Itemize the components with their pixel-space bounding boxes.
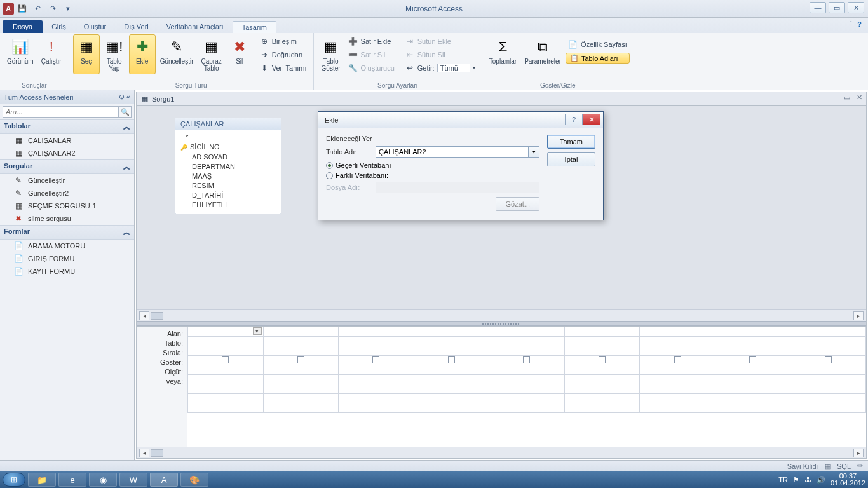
query-grid[interactable]: Alan: Tablo: Sırala: Göster: Ölçüt: veya… <box>137 326 866 447</box>
field-item[interactable]: * <box>180 133 276 142</box>
splitter[interactable] <box>137 321 866 326</box>
delete-query-icon: ✖ <box>13 214 24 223</box>
doc-minimize-icon[interactable]: — <box>831 93 837 102</box>
field-item[interactable]: AD SOYAD <box>180 152 276 162</box>
tray-clock[interactable]: 00:3701.04.2012 <box>831 473 865 487</box>
append-button[interactable]: ✚Ekle <box>129 34 156 74</box>
window-close-button[interactable]: ✕ <box>848 2 864 13</box>
nav-table-item[interactable]: ▦ÇALIŞANLAR <box>0 134 134 147</box>
qat-undo-icon[interactable]: ↶ <box>31 2 44 16</box>
navigation-pane: Tüm Access Nesneleri⊙ « 🔍 Tablolar︽ ▦ÇAL… <box>0 90 135 460</box>
taskbar-ie[interactable]: e <box>58 473 86 487</box>
tab-design[interactable]: Tasarım <box>233 21 276 33</box>
tab-home[interactable]: Giriş <box>43 20 75 33</box>
tray-volume-icon[interactable]: 🔊 <box>817 476 825 484</box>
nav-cat-queries[interactable]: Sorgular︽ <box>0 159 134 174</box>
taskbar-word[interactable]: W <box>119 473 147 487</box>
minimize-ribbon-icon[interactable]: ˆ <box>850 20 853 28</box>
dialog-close-button[interactable]: ✕ <box>583 114 600 125</box>
nav-query-item[interactable]: ✖silme sorgusu <box>0 212 134 225</box>
view-datasheet-icon[interactable]: ▦ <box>824 462 831 470</box>
nav-cat-tables[interactable]: Tablolar︽ <box>0 119 134 134</box>
doc-restore-icon[interactable]: ▭ <box>844 93 850 102</box>
passthrough-button[interactable]: ➜Doğrudan <box>257 48 309 61</box>
form-icon: 📄 <box>13 241 24 250</box>
nav-table-item[interactable]: ▦ÇALIŞANLAR2 <box>0 147 134 159</box>
show-table-button[interactable]: ▦Tablo Göster <box>318 34 344 74</box>
query-icon: ▦ <box>142 95 148 103</box>
document-tab[interactable]: ▦ Sorgu1 — ▭ ✕ <box>137 92 866 106</box>
window-restore-button[interactable]: ▭ <box>829 2 845 13</box>
property-sheet-button[interactable]: 📄Özellik Sayfası <box>566 38 630 51</box>
field-item[interactable]: EHLİYETLİ <box>180 200 276 210</box>
table-icon: ▦ <box>13 136 24 145</box>
tray-lang[interactable]: TR <box>778 476 788 484</box>
help-icon[interactable]: ? <box>857 20 862 28</box>
grid-hscroll[interactable]: ◂▸ <box>137 447 866 458</box>
tab-dbtools[interactable]: Veritabanı Araçları <box>158 20 233 33</box>
nav-form-item[interactable]: 📄KAYIT FORMU <box>0 265 134 278</box>
insert-col-button: ⇥Sütun Ekle <box>402 35 478 48</box>
nav-query-item[interactable]: ▦SEÇME SORGUSU-1 <box>0 200 134 212</box>
cancel-button[interactable]: İptal <box>547 152 595 166</box>
grid-label-table: Tablo: <box>137 339 183 348</box>
nav-form-item[interactable]: 📄ARAMA MOTORU <box>0 240 134 252</box>
nav-cat-forms[interactable]: Formlar︽ <box>0 225 134 240</box>
canvas-hscroll[interactable]: ◂▸ <box>137 309 866 321</box>
dialog-help-button[interactable]: ? <box>565 114 583 125</box>
view-button[interactable]: 📊Görünüm <box>4 34 37 67</box>
grid-label-criteria: Ölçüt: <box>137 367 183 377</box>
qat-redo-icon[interactable]: ↷ <box>46 2 60 16</box>
qat-customize-icon[interactable]: ▾ <box>61 2 75 16</box>
union-button[interactable]: ⊕Birleşim <box>257 35 309 48</box>
view-design-icon[interactable]: ✏ <box>857 462 863 470</box>
nav-search-input[interactable] <box>3 106 119 118</box>
insert-row-button[interactable]: ➕Satır Ekle <box>346 35 397 48</box>
field-item[interactable]: DEPARTMAN <box>180 162 276 172</box>
totals-button[interactable]: ΣToplamlar <box>486 34 520 67</box>
grid-label-field: Alan: <box>137 329 183 339</box>
run-button[interactable]: !Çalıştır <box>38 34 65 67</box>
field-item[interactable]: D_TARİHİ <box>180 191 276 200</box>
nav-form-item[interactable]: 📄GİRİŞ FORMU <box>0 252 134 265</box>
nav-query-item[interactable]: ✎Güncelleştir2 <box>0 187 134 200</box>
doc-close-icon[interactable]: ✕ <box>857 93 862 102</box>
delete-query-button[interactable]: ✖Sil <box>226 34 253 74</box>
combo-dropdown-icon[interactable]: ▾ <box>528 146 539 158</box>
table-fieldlist[interactable]: ÇALIŞANLAR * SİCİL NO AD SOYAD DEPARTMAN… <box>175 118 281 214</box>
tab-create[interactable]: Oluştur <box>75 20 115 33</box>
update-button[interactable]: ✎Güncelleştir <box>157 34 197 74</box>
taskbar-access[interactable]: A <box>150 473 178 487</box>
grid-label-or: veya: <box>137 377 183 386</box>
qat-save-icon[interactable]: 💾 <box>15 2 29 16</box>
taskbar-paint[interactable]: 🎨 <box>180 473 208 487</box>
ok-button[interactable]: Tamam <box>547 135 595 149</box>
nav-header[interactable]: Tüm Access Nesneleri⊙ « <box>0 90 134 104</box>
field-item[interactable]: SİCİL NO <box>180 142 276 152</box>
return-rows[interactable]: ↩Getir: Tümü▾ <box>402 62 478 74</box>
file-tab[interactable]: Dosya <box>3 20 43 33</box>
search-icon[interactable]: 🔍 <box>119 106 132 118</box>
parameters-button[interactable]: ⧉Parametreler <box>521 34 564 67</box>
table-icon: ▦ <box>13 149 24 158</box>
tray-flag-icon[interactable]: ⚑ <box>793 476 799 484</box>
field-item[interactable]: MAAŞ <box>180 172 276 181</box>
table-names-button[interactable]: 📋Tablo Adları <box>566 53 630 64</box>
taskbar-chrome[interactable]: ◉ <box>89 473 117 487</box>
taskbar-explorer[interactable]: 📁 <box>28 473 56 487</box>
grid-label-show: Göster: <box>137 358 183 367</box>
crosstab-button[interactable]: ▦Çapraz Tablo <box>198 34 225 74</box>
tab-external[interactable]: Dış Veri <box>115 20 158 33</box>
field-item[interactable]: RESİM <box>180 181 276 191</box>
datadef-button[interactable]: ⬇Veri Tanımı <box>257 62 309 74</box>
radio-other-db[interactable]: Farklı Veritabanı: <box>326 172 539 179</box>
select-query-button[interactable]: ▦Seç <box>73 34 100 74</box>
nav-query-item[interactable]: ✎Güncelleştir <box>0 174 134 187</box>
maketable-button[interactable]: ▦!Tablo Yap <box>101 34 128 74</box>
table-name-input[interactable] <box>376 146 528 158</box>
start-button[interactable]: ⊞ <box>3 473 25 487</box>
radio-current-db[interactable]: Geçerli Veritabanı <box>326 161 539 169</box>
window-minimize-button[interactable]: — <box>810 2 826 13</box>
view-sql-icon[interactable]: SQL <box>837 463 851 470</box>
tray-network-icon[interactable]: 🖧 <box>804 476 811 484</box>
